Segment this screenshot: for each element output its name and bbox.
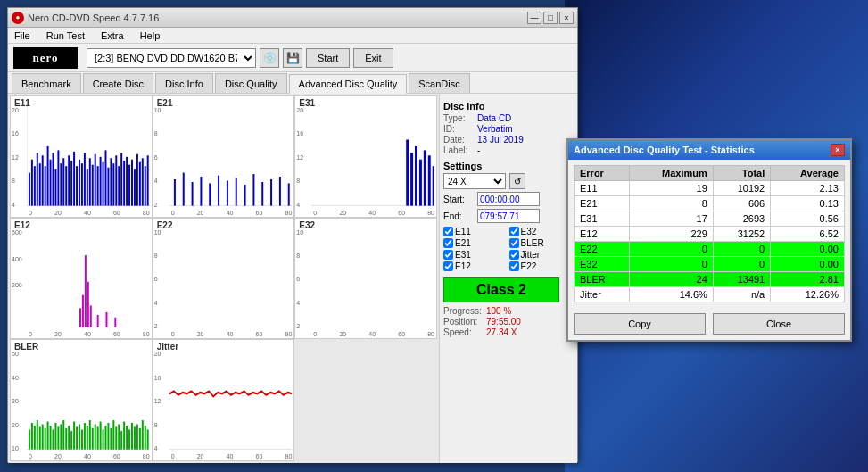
menu-extra[interactable]: Extra <box>98 29 127 42</box>
save-icon[interactable]: 💾 <box>283 48 302 68</box>
speed-row: 24 X ↺ <box>443 173 574 189</box>
svg-rect-6 <box>39 163 41 205</box>
svg-rect-107 <box>92 428 94 450</box>
cb-bler[interactable] <box>509 238 519 248</box>
cb-e22-row: E22 <box>509 261 575 271</box>
svg-rect-83 <box>29 430 30 450</box>
cb-jitter[interactable] <box>509 250 519 260</box>
main-content: E11 20161284 <box>8 94 577 463</box>
e12-x-axis: 020406080 <box>29 331 150 337</box>
start-button[interactable]: Start <box>306 48 350 68</box>
drive-select[interactable]: [2:3] BENQ DVD DD DW1620 B7W9 <box>87 48 256 68</box>
svg-rect-122 <box>131 423 133 450</box>
chart-e11-label: E11 <box>14 98 30 108</box>
stats-cell-name: E12 <box>575 227 630 242</box>
svg-rect-43 <box>136 154 138 206</box>
start-time-input[interactable] <box>477 192 540 206</box>
refresh-icon[interactable]: ↺ <box>509 173 525 189</box>
speed-select[interactable]: 24 X <box>443 173 506 189</box>
app-title: Nero CD-DVD Speed 4.7.7.16 <box>28 12 527 23</box>
stats-cell-average: 0.00 <box>771 257 845 272</box>
minimize-button[interactable]: — <box>527 12 541 24</box>
svg-rect-91 <box>50 426 52 450</box>
svg-rect-36 <box>118 166 120 205</box>
class-badge: Class 2 <box>443 277 559 302</box>
stats-cell-maximum: 24 <box>629 272 713 287</box>
stats-cell-name: E32 <box>575 257 630 272</box>
svg-rect-28 <box>97 166 99 205</box>
e21-y-axis: 108642 <box>154 107 161 208</box>
e11-x-axis: 020406080 <box>29 210 150 216</box>
maximize-button[interactable]: □ <box>543 12 558 24</box>
disc-info-icon[interactable]: 💿 <box>260 48 279 68</box>
cb-e12[interactable] <box>443 261 453 271</box>
start-time-row: Start: <box>443 192 574 206</box>
tab-disc-info[interactable]: Disc Info <box>155 73 213 93</box>
tabs: Benchmark Create Disc Disc Info Disc Qua… <box>8 72 577 94</box>
menu-run-test[interactable]: Run Test <box>44 29 87 42</box>
cb-e11-label: E11 <box>455 227 471 236</box>
close-button-dialog[interactable]: Close <box>713 313 845 335</box>
svg-rect-45 <box>142 158 144 205</box>
svg-rect-22 <box>81 163 83 205</box>
svg-rect-75 <box>87 281 89 327</box>
e22-chart-svg <box>169 222 293 328</box>
svg-rect-116 <box>115 427 117 450</box>
stats-close-icon[interactable]: × <box>831 144 845 156</box>
stats-cell-maximum: 8 <box>629 196 713 211</box>
copy-button[interactable]: Copy <box>574 313 706 335</box>
end-time-label: End: <box>443 211 474 221</box>
svg-rect-118 <box>120 431 122 450</box>
cb-jitter-label: Jitter <box>521 250 541 260</box>
chart-jitter-label: Jitter <box>157 342 178 352</box>
nero-logo: nero <box>13 47 78 69</box>
label-value: - <box>477 145 480 155</box>
chart-empty <box>294 339 437 461</box>
tab-scandisc[interactable]: ScanDisc <box>409 73 469 93</box>
menu-file[interactable]: File <box>12 29 33 42</box>
stats-cell-name: Jitter <box>575 287 630 302</box>
end-time-input[interactable] <box>477 209 540 223</box>
date-value: 13 Jul 2019 <box>477 135 524 145</box>
tab-disc-quality[interactable]: Disc Quality <box>215 73 287 93</box>
tab-benchmark[interactable]: Benchmark <box>12 73 81 93</box>
svg-rect-17 <box>68 155 70 205</box>
stats-title: Advanced Disc Quality Test - Statistics <box>574 145 755 155</box>
menu-help[interactable]: Help <box>137 29 163 42</box>
svg-rect-44 <box>139 162 141 206</box>
disc-info-title: Disc info <box>443 101 574 112</box>
svg-rect-58 <box>252 174 254 206</box>
cb-e11[interactable] <box>443 227 453 236</box>
svg-rect-57 <box>244 185 245 206</box>
svg-rect-77 <box>97 314 99 327</box>
speed-row-2: Speed: 27.34 X <box>443 327 574 337</box>
exit-button[interactable]: Exit <box>353 48 393 68</box>
svg-rect-84 <box>31 423 33 450</box>
e22-x-axis: 020406080 <box>171 331 293 337</box>
bler-y-axis: 5040302010 <box>12 351 19 451</box>
cb-e22[interactable] <box>509 261 519 271</box>
cb-e32[interactable] <box>509 227 519 236</box>
svg-rect-127 <box>145 426 146 450</box>
svg-rect-32 <box>107 168 109 206</box>
stats-cell-total: 31252 <box>713 227 770 242</box>
svg-rect-59 <box>261 182 263 206</box>
stats-cell-total: 2693 <box>713 211 770 227</box>
svg-rect-86 <box>37 420 38 450</box>
cb-e21[interactable] <box>443 238 453 248</box>
chart-e21: E21 108642 <box>153 95 295 218</box>
tab-advanced-disc-quality[interactable]: Advanced Disc Quality <box>289 74 408 94</box>
chart-e11: E11 20161284 <box>10 95 153 218</box>
jitter-y-axis: 20161284 <box>154 351 161 451</box>
tab-create-disc[interactable]: Create Disc <box>83 73 153 93</box>
stats-cell-maximum: 17 <box>629 211 713 227</box>
date-row: Date: 13 Jul 2019 <box>443 135 574 145</box>
progress-value: 100 % <box>486 306 511 316</box>
svg-rect-72 <box>79 308 81 327</box>
id-row: ID: Verbatim <box>443 124 574 134</box>
svg-rect-97 <box>65 428 67 450</box>
svg-rect-76 <box>90 305 92 327</box>
cb-e31[interactable] <box>443 250 453 260</box>
close-button[interactable]: × <box>559 12 574 24</box>
svg-rect-46 <box>145 166 146 205</box>
